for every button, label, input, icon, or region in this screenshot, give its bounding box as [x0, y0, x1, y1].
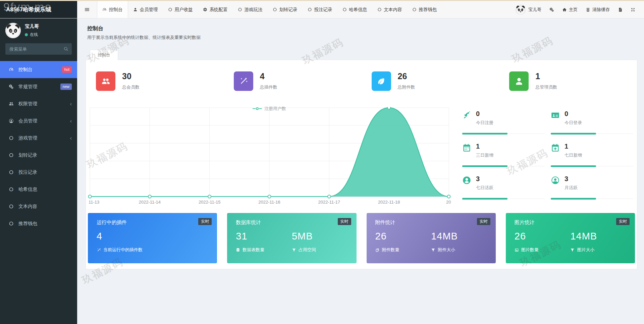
- sidebar-user-status: 在线: [25, 32, 39, 38]
- sidebar-menu-icon: [8, 136, 14, 141]
- navbar-action-label: 清除缓存: [592, 7, 610, 13]
- sidebar-menu-icon: [8, 84, 14, 89]
- sidebar-menu-item[interactable]: 推荐钱包: [0, 215, 77, 232]
- card-value: 31: [236, 231, 292, 242]
- stat-card: 1 总管理员数: [499, 71, 637, 91]
- card-label: 图片数量: [521, 247, 539, 253]
- card-value: 26: [515, 231, 571, 242]
- cogs-icon: [549, 7, 554, 12]
- nav-tab-label: 划转记录: [279, 7, 298, 13]
- stat-label: 总管理员数: [535, 84, 557, 90]
- mini-stat-icon: [462, 111, 471, 139]
- sidebar-menu-item[interactable]: 会员管理 ‹: [0, 112, 77, 129]
- sidebar-menu-item[interactable]: 划转记录: [0, 147, 77, 164]
- mini-stat: 0 今日登录: [551, 106, 636, 139]
- nav-tab-icon: [102, 7, 107, 12]
- sidebar-menu-item[interactable]: 权限管理 ‹: [0, 95, 77, 112]
- nav-tab[interactable]: 系统配置: [198, 1, 233, 18]
- svg-text:2022-11-16: 2022-11-16: [258, 200, 280, 205]
- navbar-action-icon: [631, 7, 635, 12]
- sidebar-menu-item[interactable]: 哈希信息: [0, 181, 77, 198]
- navbar-action-icon: [618, 7, 623, 12]
- card-label: 图片大小: [577, 247, 594, 253]
- svg-text:2022-1: 2022-1: [446, 200, 451, 205]
- summary-card: 运行中的插件 实时 4 当前运行中的插件数: [88, 213, 217, 263]
- legend-label: 注册用户数: [264, 106, 286, 112]
- summary-card: 附件统计 实时 26 附件数量 14MB: [367, 213, 496, 263]
- sidebar-menu-item[interactable]: 常规管理 new: [0, 78, 77, 95]
- nav-tab[interactable]: 游戏玩法: [233, 1, 268, 18]
- online-dot-icon: [25, 33, 28, 36]
- mini-stats-grid: 0 今日注册 0 今日登录 1: [462, 106, 636, 204]
- mini-stat: 1 三日新增: [462, 139, 547, 171]
- sidebar-menu-item[interactable]: 游戏管理 ‹: [0, 129, 77, 147]
- app-title: A8567哈希娱乐城: [6, 6, 51, 13]
- chart-legend[interactable]: 注册用户数: [253, 106, 286, 112]
- navbar-action-label: 主页: [569, 7, 578, 13]
- nav-tab[interactable]: 控制台: [97, 1, 128, 18]
- nav-tab[interactable]: 会员管理: [128, 1, 163, 18]
- card-label: 数据表数量: [243, 247, 264, 253]
- sidebar-user-name: 宝儿哥: [25, 23, 39, 30]
- page-subtitle: 用于展示当前系统中的统计数据、统计报表及重要实时数据: [87, 35, 201, 41]
- card-label: 占用空间: [299, 247, 316, 253]
- card-title: 运行中的插件: [97, 219, 208, 226]
- card-value: 26: [375, 231, 431, 242]
- navbar-action[interactable]: 清除缓存: [586, 7, 610, 13]
- sidebar-menu-item[interactable]: 文本内容: [0, 198, 77, 215]
- stat-icon: [509, 71, 529, 91]
- mini-stat: 1 七日新增: [551, 139, 636, 171]
- navbar-action[interactable]: [631, 7, 635, 12]
- mini-stat-label: 三日新增: [476, 152, 493, 158]
- card-value: 14MB: [570, 231, 626, 242]
- navbar-action-icon: [586, 7, 590, 12]
- card-label-icon: [97, 248, 101, 252]
- svg-text:2022-11-15: 2022-11-15: [199, 200, 221, 205]
- chevron-left-icon: ‹: [70, 101, 72, 107]
- app-logo: 9fym me A8567哈希娱乐城: [0, 1, 77, 18]
- menu-badge: hot: [62, 66, 72, 72]
- nav-tab[interactable]: 投注记录: [303, 1, 337, 18]
- content-tab[interactable]: 控制台: [90, 50, 118, 60]
- navbar-action[interactable]: 主页: [562, 7, 578, 13]
- stat-icon: [234, 71, 253, 91]
- menu-search-input[interactable]: [5, 43, 72, 55]
- top-navbar: 9fym me A8567哈希娱乐城 控制台 会员管理 用户收益 系统配置 游戏…: [0, 1, 644, 18]
- navbar-right: 宝儿哥 主页 清除缓存: [516, 1, 644, 18]
- nav-tab[interactable]: 文本内容: [372, 1, 407, 18]
- sidebar-menu-icon: [8, 118, 14, 123]
- mini-stat: 0 今日注册: [462, 106, 547, 139]
- realtime-badge: 实时: [198, 218, 212, 225]
- sidebar-menu-item[interactable]: 投注记录: [0, 164, 77, 181]
- mini-stat-label: 今日登录: [565, 120, 582, 126]
- sidebar-menu-icon: [8, 221, 14, 226]
- divider-accent: [551, 165, 596, 167]
- card-title: 附件统计: [375, 219, 487, 226]
- divider-accent: [462, 165, 507, 167]
- realtime-badge: 实时: [616, 218, 630, 225]
- settings-button[interactable]: [549, 7, 554, 12]
- stat-value: 26: [398, 72, 415, 81]
- nav-tab[interactable]: 划转记录: [268, 1, 303, 18]
- sidebar-menu-item[interactable]: 控制台 hot: [0, 61, 77, 78]
- hamburger-icon: [84, 7, 90, 12]
- nav-tab-label: 系统配置: [210, 7, 228, 13]
- nav-tab-icon: [377, 7, 382, 12]
- nav-tab-label: 游戏玩法: [245, 7, 263, 13]
- stat-label: 总会员数: [122, 84, 140, 90]
- mini-stat-value: 3: [565, 175, 578, 183]
- divider-accent: [462, 133, 507, 134]
- nav-tab[interactable]: 推荐钱包: [407, 1, 442, 18]
- svg-text:2022-11-18: 2022-11-18: [378, 200, 400, 205]
- nav-tab[interactable]: 用户收益: [163, 1, 198, 18]
- svg-text:2022-11-17: 2022-11-17: [318, 200, 340, 205]
- sidebar-menu-label: 控制台: [18, 67, 33, 73]
- realtime-badge: 实时: [477, 218, 490, 225]
- mini-stat-value: 1: [565, 142, 582, 150]
- navbar-action[interactable]: [618, 7, 623, 12]
- card-label-icon: [375, 248, 380, 252]
- mini-stat-label: 月活跃: [565, 185, 578, 191]
- sidebar-toggle-button[interactable]: [77, 1, 97, 18]
- nav-tab[interactable]: 哈希信息: [337, 1, 372, 18]
- user-menu[interactable]: 宝儿哥: [516, 5, 541, 15]
